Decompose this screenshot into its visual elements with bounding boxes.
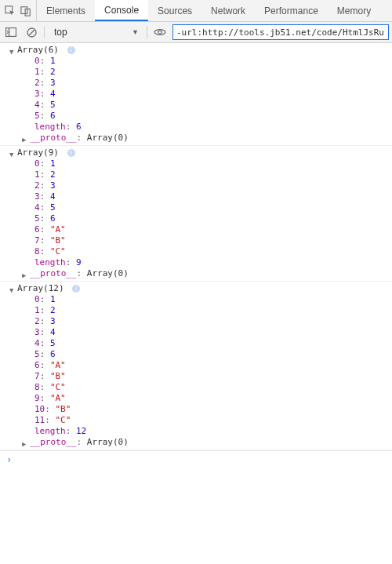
console-toolbar: top ▼ [0, 22, 392, 43]
array-entry: 2: 3 [0, 316, 392, 327]
svg-rect-1 [21, 6, 27, 13]
expand-icon[interactable]: ▶ [22, 438, 26, 449]
array-proto[interactable]: ▶__proto__: Array(0) [0, 437, 392, 448]
array-entry: 3: 4 [0, 327, 392, 338]
array-entry: 9: "A" [0, 393, 392, 404]
array-entry: 10: "B" [0, 404, 392, 415]
array-entry: 8: "C" [0, 382, 392, 393]
svg-rect-3 [6, 28, 16, 37]
array-length: length: 12 [0, 426, 392, 437]
array-entry: 0: 1 [0, 56, 392, 67]
array-entry: 0: 1 [0, 294, 392, 305]
array-entry: 2: 3 [0, 180, 392, 191]
array-entry: 1: 2 [0, 305, 392, 316]
tab-performance[interactable]: Performance [255, 0, 328, 21]
console-log-entry: ▼Array(12) i0: 11: 22: 33: 44: 55: 66: "… [0, 282, 392, 450]
array-entry: 5: 6 [0, 213, 392, 224]
array-summary[interactable]: ▼Array(9) i [0, 147, 392, 158]
info-icon[interactable]: i [67, 46, 75, 54]
device-icon[interactable] [20, 4, 31, 18]
array-entry: 11: "C" [0, 415, 392, 426]
array-summary[interactable]: ▼Array(6) i [0, 45, 392, 56]
separator [147, 26, 147, 38]
console-output: ▼Array(6) i0: 11: 22: 33: 44: 55: 6lengt… [0, 43, 392, 564]
tab-console[interactable]: Console [95, 0, 148, 21]
array-entry: 7: "B" [0, 235, 392, 246]
filter-input[interactable] [172, 24, 389, 40]
inspect-icon[interactable] [5, 4, 16, 18]
separator [44, 26, 45, 38]
console-prompt[interactable]: › [0, 450, 392, 468]
chevron-down-icon: ▼ [132, 28, 139, 36]
array-entry: 4: 5 [0, 202, 392, 213]
tab-sources[interactable]: Sources [148, 0, 201, 21]
array-entry: 6: "A" [0, 224, 392, 235]
array-entry: 0: 1 [0, 158, 392, 169]
array-entry: 1: 2 [0, 169, 392, 180]
tab-row: ElementsConsoleSourcesNetworkPerformance… [37, 0, 380, 21]
console-log-entry: ▼Array(6) i0: 11: 22: 33: 44: 55: 6lengt… [0, 43, 392, 146]
live-expression-icon[interactable] [152, 27, 168, 37]
array-entry: 6: "A" [0, 360, 392, 371]
array-entry: 3: 4 [0, 191, 392, 202]
clear-console-icon[interactable] [24, 24, 39, 40]
array-entry: 5: 6 [0, 349, 392, 360]
tab-network[interactable]: Network [201, 0, 255, 21]
array-entry: 4: 5 [0, 338, 392, 349]
array-entry: 2: 3 [0, 78, 392, 89]
array-length: length: 9 [0, 257, 392, 268]
expand-icon[interactable]: ▶ [22, 270, 26, 281]
array-entry: 7: "B" [0, 371, 392, 382]
array-entry: 5: 6 [0, 111, 392, 122]
array-proto[interactable]: ▶__proto__: Array(0) [0, 133, 392, 144]
svg-line-6 [29, 30, 34, 35]
svg-point-7 [158, 31, 162, 34]
array-length: length: 6 [0, 122, 392, 133]
devtools-tab-bar: ElementsConsoleSourcesNetworkPerformance… [0, 0, 392, 22]
array-entry: 1: 2 [0, 67, 392, 78]
array-entry: 4: 5 [0, 100, 392, 111]
tab-icon-group [0, 0, 37, 21]
tab-memory[interactable]: Memory [328, 0, 380, 21]
context-label: top [54, 27, 67, 38]
array-entry: 8: "C" [0, 246, 392, 257]
execution-context-select[interactable]: top ▼ [49, 24, 142, 40]
array-proto[interactable]: ▶__proto__: Array(0) [0, 268, 392, 279]
array-entry: 3: 4 [0, 89, 392, 100]
array-summary[interactable]: ▼Array(12) i [0, 283, 392, 294]
expand-icon[interactable]: ▶ [22, 134, 26, 145]
console-log-entry: ▼Array(9) i0: 11: 22: 33: 44: 55: 66: "A… [0, 146, 392, 282]
sidebar-toggle-icon[interactable] [3, 24, 19, 40]
tab-elements[interactable]: Elements [37, 0, 95, 21]
info-icon[interactable]: i [72, 285, 80, 293]
info-icon[interactable]: i [67, 149, 75, 157]
